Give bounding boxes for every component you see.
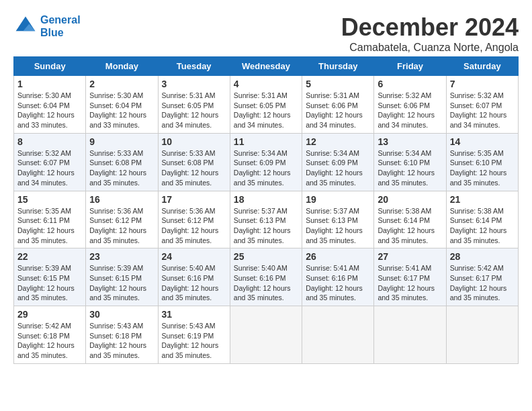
calendar-cell: 4 Sunrise: 5:31 AM Sunset: 6:05 PM Dayli… bbox=[230, 76, 302, 134]
day-info: Sunrise: 5:36 AM Sunset: 6:12 PM Dayligh… bbox=[89, 206, 154, 246]
header-thursday: Thursday bbox=[302, 57, 374, 76]
calendar-cell: 21 Sunrise: 5:38 AM Sunset: 6:14 PM Dayl… bbox=[446, 191, 518, 248]
sunset-label: Sunset: 6:06 PM bbox=[378, 101, 430, 109]
calendar-week-2: 8 Sunrise: 5:32 AM Sunset: 6:07 PM Dayli… bbox=[14, 133, 519, 191]
header-tuesday: Tuesday bbox=[158, 57, 230, 76]
calendar-cell: 14 Sunrise: 5:35 AM Sunset: 6:10 PM Dayl… bbox=[446, 133, 518, 191]
sunset-label: Sunset: 6:08 PM bbox=[162, 158, 214, 167]
sunrise-label: Sunrise: 5:30 AM bbox=[17, 91, 71, 99]
day-number: 20 bbox=[378, 194, 442, 205]
daylight-label: Daylight: 12 hours and 35 minutes. bbox=[17, 341, 75, 359]
sunset-label: Sunset: 6:16 PM bbox=[234, 274, 286, 282]
daylight-label: Daylight: 12 hours and 35 minutes. bbox=[378, 284, 435, 302]
sunset-label: Sunset: 6:13 PM bbox=[306, 216, 358, 224]
day-info: Sunrise: 5:34 AM Sunset: 6:09 PM Dayligh… bbox=[234, 148, 298, 188]
calendar-cell: 15 Sunrise: 5:35 AM Sunset: 6:11 PM Dayl… bbox=[14, 191, 86, 248]
daylight-label: Daylight: 12 hours and 35 minutes. bbox=[378, 169, 435, 187]
calendar-cell: 2 Sunrise: 5:30 AM Sunset: 6:04 PM Dayli… bbox=[86, 76, 158, 134]
sunset-label: Sunset: 6:16 PM bbox=[306, 274, 358, 282]
sunrise-label: Sunrise: 5:40 AM bbox=[234, 264, 287, 272]
day-number: 19 bbox=[306, 194, 370, 205]
calendar-table: SundayMondayTuesdayWednesdayThursdayFrid… bbox=[13, 56, 519, 364]
day-info: Sunrise: 5:43 AM Sunset: 6:18 PM Dayligh… bbox=[89, 321, 154, 361]
daylight-label: Daylight: 12 hours and 35 minutes. bbox=[306, 169, 363, 187]
day-info: Sunrise: 5:31 AM Sunset: 6:05 PM Dayligh… bbox=[162, 91, 226, 130]
daylight-label: Daylight: 12 hours and 35 minutes. bbox=[162, 284, 219, 302]
calendar-week-4: 22 Sunrise: 5:39 AM Sunset: 6:15 PM Dayl… bbox=[14, 248, 519, 306]
daylight-label: Daylight: 12 hours and 35 minutes. bbox=[450, 226, 507, 244]
header-wednesday: Wednesday bbox=[230, 57, 302, 76]
sunset-label: Sunset: 6:18 PM bbox=[17, 332, 70, 340]
header-friday: Friday bbox=[374, 57, 446, 76]
daylight-label: Daylight: 12 hours and 33 minutes. bbox=[17, 111, 75, 129]
sunset-label: Sunset: 6:09 PM bbox=[234, 158, 286, 167]
calendar-cell: 17 Sunrise: 5:36 AM Sunset: 6:12 PM Dayl… bbox=[158, 191, 230, 248]
day-number: 14 bbox=[450, 136, 515, 147]
calendar-cell: 7 Sunrise: 5:32 AM Sunset: 6:07 PM Dayli… bbox=[446, 76, 518, 134]
sunrise-label: Sunrise: 5:35 AM bbox=[17, 207, 71, 215]
day-number: 1 bbox=[17, 79, 82, 89]
sunrise-label: Sunrise: 5:39 AM bbox=[17, 264, 71, 272]
day-number: 9 bbox=[89, 136, 154, 147]
day-number: 6 bbox=[378, 79, 442, 89]
calendar-cell: 24 Sunrise: 5:40 AM Sunset: 6:16 PM Dayl… bbox=[158, 248, 230, 306]
daylight-label: Daylight: 12 hours and 35 minutes. bbox=[89, 169, 146, 187]
daylight-label: Daylight: 12 hours and 34 minutes. bbox=[306, 111, 363, 129]
sunset-label: Sunset: 6:05 PM bbox=[234, 101, 286, 109]
day-number: 2 bbox=[89, 79, 154, 89]
sunrise-label: Sunrise: 5:36 AM bbox=[89, 207, 143, 215]
header-sunday: Sunday bbox=[14, 57, 86, 76]
day-info: Sunrise: 5:33 AM Sunset: 6:08 PM Dayligh… bbox=[89, 148, 154, 188]
day-number: 22 bbox=[17, 251, 82, 262]
sunrise-label: Sunrise: 5:38 AM bbox=[450, 207, 504, 215]
sunrise-label: Sunrise: 5:42 AM bbox=[450, 264, 504, 272]
day-info: Sunrise: 5:35 AM Sunset: 6:10 PM Dayligh… bbox=[450, 148, 515, 188]
daylight-label: Daylight: 12 hours and 35 minutes. bbox=[89, 341, 146, 359]
day-info: Sunrise: 5:32 AM Sunset: 6:06 PM Dayligh… bbox=[378, 91, 442, 130]
sunset-label: Sunset: 6:11 PM bbox=[17, 216, 70, 224]
day-number: 11 bbox=[234, 136, 298, 147]
day-number: 3 bbox=[162, 79, 226, 89]
daylight-label: Daylight: 12 hours and 35 minutes. bbox=[306, 284, 363, 302]
calendar-cell bbox=[302, 306, 374, 364]
sunset-label: Sunset: 6:15 PM bbox=[17, 274, 70, 282]
daylight-label: Daylight: 12 hours and 34 minutes. bbox=[17, 169, 75, 187]
day-info: Sunrise: 5:37 AM Sunset: 6:13 PM Dayligh… bbox=[234, 206, 298, 246]
calendar-cell: 13 Sunrise: 5:34 AM Sunset: 6:10 PM Dayl… bbox=[374, 133, 446, 191]
calendar-cell: 12 Sunrise: 5:34 AM Sunset: 6:09 PM Dayl… bbox=[302, 133, 374, 191]
sunrise-label: Sunrise: 5:35 AM bbox=[450, 149, 504, 157]
logo-icon bbox=[13, 14, 38, 38]
day-number: 23 bbox=[89, 251, 154, 262]
day-number: 8 bbox=[17, 136, 82, 147]
header-saturday: Saturday bbox=[446, 57, 518, 76]
sunrise-label: Sunrise: 5:33 AM bbox=[89, 149, 143, 157]
day-info: Sunrise: 5:31 AM Sunset: 6:05 PM Dayligh… bbox=[234, 91, 298, 130]
daylight-label: Daylight: 12 hours and 34 minutes. bbox=[378, 111, 435, 129]
sunrise-label: Sunrise: 5:33 AM bbox=[162, 149, 216, 157]
day-info: Sunrise: 5:42 AM Sunset: 6:18 PM Dayligh… bbox=[17, 321, 82, 361]
sunset-label: Sunset: 6:08 PM bbox=[89, 158, 142, 167]
day-number: 17 bbox=[162, 194, 226, 205]
day-info: Sunrise: 5:32 AM Sunset: 6:07 PM Dayligh… bbox=[17, 148, 82, 188]
day-info: Sunrise: 5:43 AM Sunset: 6:19 PM Dayligh… bbox=[162, 321, 226, 361]
sunset-label: Sunset: 6:18 PM bbox=[89, 332, 142, 340]
sunrise-label: Sunrise: 5:34 AM bbox=[378, 149, 431, 157]
daylight-label: Daylight: 12 hours and 35 minutes. bbox=[17, 226, 75, 244]
header-monday: Monday bbox=[86, 57, 158, 76]
sunset-label: Sunset: 6:15 PM bbox=[89, 274, 142, 282]
sunset-label: Sunset: 6:07 PM bbox=[17, 158, 70, 167]
day-info: Sunrise: 5:42 AM Sunset: 6:17 PM Dayligh… bbox=[450, 263, 515, 303]
day-info: Sunrise: 5:38 AM Sunset: 6:14 PM Dayligh… bbox=[450, 206, 515, 246]
sunrise-label: Sunrise: 5:40 AM bbox=[162, 264, 216, 272]
sunrise-label: Sunrise: 5:43 AM bbox=[89, 322, 143, 330]
sunrise-label: Sunrise: 5:32 AM bbox=[450, 91, 504, 99]
sunrise-label: Sunrise: 5:32 AM bbox=[17, 149, 71, 157]
sunrise-label: Sunrise: 5:37 AM bbox=[306, 207, 359, 215]
day-number: 25 bbox=[234, 251, 298, 262]
daylight-label: Daylight: 12 hours and 35 minutes. bbox=[378, 226, 435, 244]
calendar-cell: 29 Sunrise: 5:42 AM Sunset: 6:18 PM Dayl… bbox=[14, 306, 86, 364]
sunset-label: Sunset: 6:10 PM bbox=[378, 158, 430, 167]
day-number: 5 bbox=[306, 79, 370, 89]
calendar-cell: 10 Sunrise: 5:33 AM Sunset: 6:08 PM Dayl… bbox=[158, 133, 230, 191]
day-number: 27 bbox=[378, 251, 442, 262]
